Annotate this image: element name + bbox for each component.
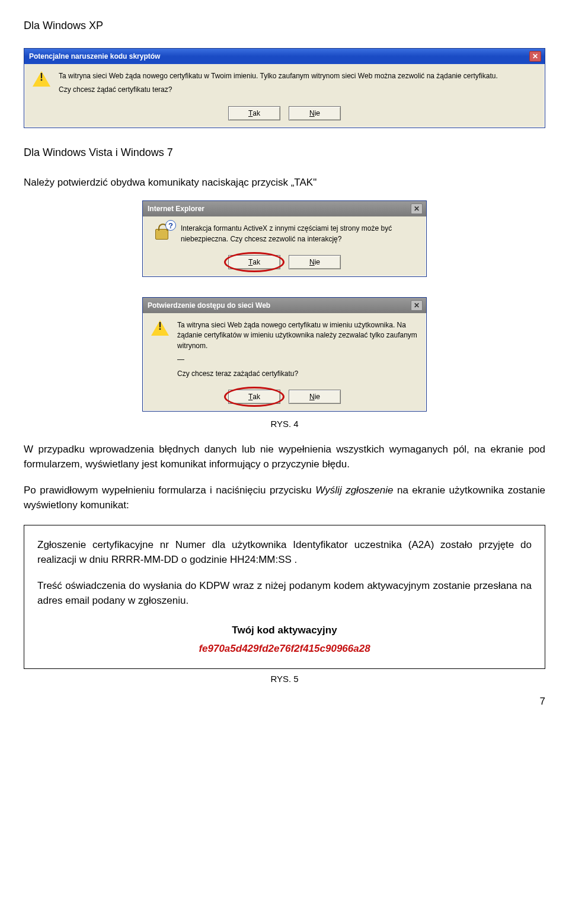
heading-windows-xp: Dla Windows XP xyxy=(24,18,545,34)
titlebar-text: Potencjalne naruszenie kodu skryptów xyxy=(29,51,529,62)
yes-button[interactable]: Tak xyxy=(228,390,280,404)
dialog-web-access-confirm: Potwierdzenie dostępu do sieci Web ✕ ! T… xyxy=(142,297,427,412)
para2-prefix: Po prawidłowym wypełnieniu formularza i … xyxy=(24,485,315,496)
dialog-text: Ta witryna sieci Web żąda nowego certyfi… xyxy=(177,320,418,383)
para2-emphasis: Wyślij zgłoszenie xyxy=(315,485,393,496)
dialog-footer: Tak Nie xyxy=(24,103,545,128)
dialog-script-violation: Potencjalne naruszenie kodu skryptów ✕ !… xyxy=(24,48,545,128)
dialog-message-line2: Czy chcesz teraz zażądać certyfikatu? xyxy=(177,369,418,379)
no-button[interactable]: Nie xyxy=(289,390,341,404)
close-icon[interactable]: ✕ xyxy=(529,51,541,62)
titlebar-text: Potwierdzenie dostępu do sieci Web xyxy=(148,300,411,311)
dialog-message-line1: Ta witryna sieci Web żąda nowego certyfi… xyxy=(177,320,418,351)
close-icon[interactable]: ✕ xyxy=(411,300,423,311)
no-button[interactable]: Nie xyxy=(289,106,341,120)
result-line2: Treść oświadczenia do wysłania do KDPW w… xyxy=(37,578,532,608)
dialog-separator: — xyxy=(177,355,418,365)
result-line1: Zgłoszenie certyfikacyjne nr Numer dla u… xyxy=(37,537,532,568)
paragraph-errors: W przypadku wprowadzenia błędnych danych… xyxy=(24,442,545,472)
figure-caption-4: RYS. 4 xyxy=(24,418,545,431)
activation-code: fe970a5d429fd2e76f2f415c90966a28 xyxy=(37,641,532,657)
figure-caption-5: RYS. 5 xyxy=(24,673,545,686)
yes-button[interactable]: Tak xyxy=(228,255,280,269)
titlebar: Potencjalne naruszenie kodu skryptów ✕ xyxy=(24,49,545,64)
close-icon[interactable]: ✕ xyxy=(411,203,423,214)
dialog-message-line1: Ta witryna sieci Web żąda nowego certyfi… xyxy=(59,71,536,81)
dialog-message-line2: Czy chcesz żądać certyfikatu teraz? xyxy=(59,85,536,95)
yes-button[interactable]: Tak xyxy=(228,106,280,120)
paragraph-after-submit: Po prawidłowym wypełnieniu formularza i … xyxy=(24,483,545,513)
page-number: 7 xyxy=(24,694,545,709)
dialog-message: Interakcja formantu ActiveX z innymi czę… xyxy=(181,224,418,244)
dialog-body: ! Ta witryna sieci Web żąda nowego certy… xyxy=(143,313,426,386)
dialog-text: Ta witryna sieci Web żąda nowego certyfi… xyxy=(59,71,536,99)
titlebar: Internet Explorer ✕ xyxy=(143,201,426,216)
lock-question-icon: ? xyxy=(151,224,172,245)
heading-windows-vista: Dla Windows Vista i Windows 7 xyxy=(24,145,545,161)
dialog-footer: Tak Nie xyxy=(143,251,426,276)
highlight-ellipse xyxy=(224,252,284,272)
warning-icon: ! xyxy=(151,320,169,383)
dialog-internet-explorer: Internet Explorer ✕ ? Interakcja formant… xyxy=(142,200,427,277)
instruction: Należy potwierdzić obydwa komunikaty nac… xyxy=(24,175,545,190)
titlebar: Potwierdzenie dostępu do sieci Web ✕ xyxy=(143,298,426,313)
highlight-ellipse xyxy=(224,387,284,407)
titlebar-text: Internet Explorer xyxy=(148,203,411,214)
dialog-body: ! Ta witryna sieci Web żąda nowego certy… xyxy=(24,64,545,103)
activation-code-title: Twój kod aktywacyjny xyxy=(37,623,532,638)
no-button[interactable]: Nie xyxy=(289,255,341,269)
dialog-footer: Tak Nie xyxy=(143,386,426,411)
warning-icon: ! xyxy=(33,71,50,99)
result-box: Zgłoszenie certyfikacyjne nr Numer dla u… xyxy=(24,525,545,669)
dialog-text: Interakcja formantu ActiveX z innymi czę… xyxy=(181,224,418,248)
dialog-body: ? Interakcja formantu ActiveX z innymi c… xyxy=(143,216,426,251)
